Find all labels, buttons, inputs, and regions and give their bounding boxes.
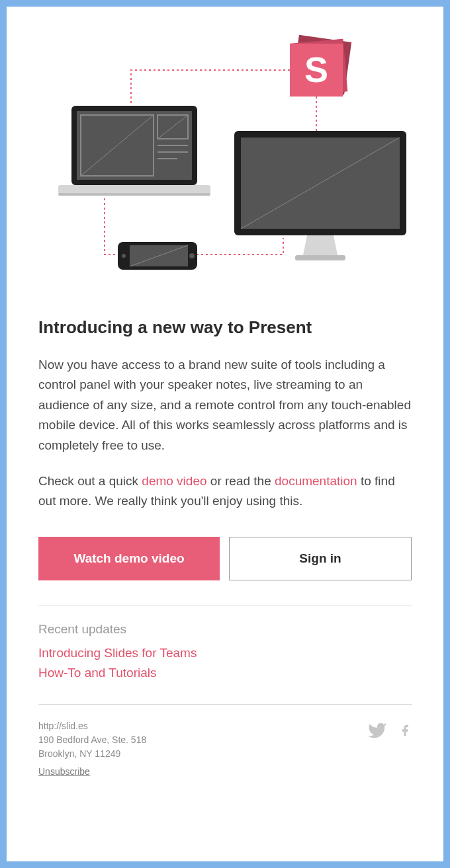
- facebook-icon[interactable]: [398, 719, 412, 744]
- documentation-link[interactable]: documentation: [275, 474, 357, 488]
- cta-row: Watch demo video Sign in: [38, 537, 412, 580]
- footer-url: http://slid.es: [38, 719, 146, 733]
- svg-rect-13: [58, 185, 210, 194]
- secondary-paragraph: Check out a quick demo video or read the…: [38, 471, 412, 512]
- email-container: S: [7, 7, 443, 861]
- footer: http://slid.es 190 Bedford Ave, Ste. 518…: [38, 705, 412, 779]
- sign-in-button[interactable]: Sign in: [229, 537, 412, 580]
- social-icons: [365, 719, 412, 744]
- phone-icon: [118, 242, 197, 270]
- watch-demo-button[interactable]: Watch demo video: [38, 537, 220, 580]
- p2-prefix-text: Check out a quick: [38, 474, 142, 488]
- recent-updates: Recent updates Introducing Slides for Te…: [38, 606, 412, 704]
- footer-address-line2: Brooklyn, NY 11249: [38, 747, 146, 761]
- monitor-icon: [234, 131, 406, 260]
- logo-icon: S: [290, 35, 351, 97]
- hero-illustration: S: [38, 26, 412, 278]
- demo-video-link[interactable]: demo video: [142, 474, 206, 488]
- footer-address: http://slid.es 190 Bedford Ave, Ste. 518…: [38, 719, 146, 779]
- svg-point-23: [189, 253, 195, 258]
- svg-rect-18: [295, 255, 345, 260]
- footer-address-line1: 190 Bedford Ave, Ste. 518: [38, 733, 146, 747]
- update-link[interactable]: Introducing Slides for Teams: [38, 646, 412, 660]
- svg-text:S: S: [304, 50, 328, 89]
- twitter-icon[interactable]: [365, 721, 389, 743]
- p2-mid-text: or read the: [207, 474, 275, 488]
- laptop-icon: [58, 106, 210, 196]
- update-link[interactable]: How-To and Tutorials: [38, 666, 412, 680]
- unsubscribe-link[interactable]: Unsubscribe: [38, 765, 90, 779]
- svg-point-22: [122, 254, 126, 258]
- updates-heading: Recent updates: [38, 622, 412, 637]
- svg-rect-14: [58, 193, 210, 196]
- headline: Introducing a new way to Present: [38, 317, 412, 338]
- intro-paragraph: Now you have access to a brand new suite…: [38, 355, 412, 455]
